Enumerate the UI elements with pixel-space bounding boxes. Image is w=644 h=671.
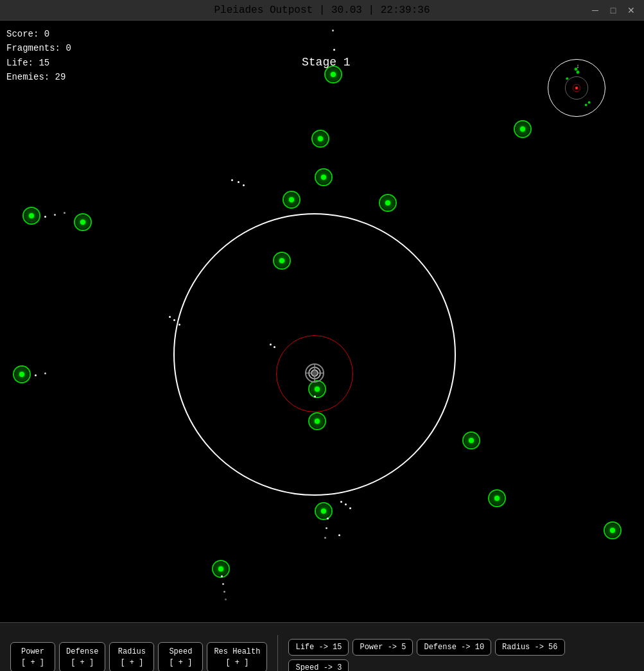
minimize-button[interactable]: ─ bbox=[587, 3, 603, 18]
minimap bbox=[548, 59, 605, 117]
trail-particle-0-0 bbox=[333, 49, 335, 51]
speed-btn[interactable]: Speed[ + ] bbox=[158, 642, 203, 671]
svg-point-8 bbox=[566, 77, 568, 80]
trail-particle-16-2 bbox=[223, 591, 225, 593]
enemy-3 bbox=[283, 191, 300, 209]
svg-point-5 bbox=[575, 67, 578, 71]
defense-stat: Defense -> 10 bbox=[417, 639, 491, 656]
enemy-14 bbox=[74, 213, 92, 231]
trail-particle-15-0 bbox=[35, 374, 37, 376]
enemy-12 bbox=[308, 412, 326, 430]
enemies-display: Enemies: 29 bbox=[6, 70, 71, 84]
svg-point-13 bbox=[311, 370, 318, 376]
power-stat: Power -> 5 bbox=[352, 639, 413, 656]
trail-particle-11-0 bbox=[314, 396, 316, 397]
minimap-canvas bbox=[548, 60, 605, 116]
particle-2 bbox=[243, 184, 245, 186]
panel-divider bbox=[277, 635, 278, 672]
upgrade-group: Power[ + ]Defense[ + ]Radius[ + ]Speed[ … bbox=[10, 642, 267, 671]
trail-particle-0-1 bbox=[332, 30, 334, 31]
enemy-2 bbox=[315, 168, 333, 186]
enemy-8 bbox=[488, 489, 506, 507]
trail-particle-13-1 bbox=[54, 214, 56, 216]
particle-0 bbox=[231, 179, 233, 181]
stats-row1: Life -> 15Power -> 5Defense -> 10Radius … bbox=[288, 639, 564, 656]
defense-btn[interactable]: Defense[ + ] bbox=[59, 642, 105, 671]
enemy-13 bbox=[22, 207, 40, 225]
particle-1 bbox=[238, 181, 239, 183]
radius-stat: Radius -> 56 bbox=[495, 639, 564, 656]
fragments-display: Fragments: 0 bbox=[6, 41, 71, 55]
close-button[interactable]: ✕ bbox=[623, 3, 639, 18]
titlebar: Pleiades Outpost | 30.03 | 22:39:36 ─ □ … bbox=[0, 0, 644, 21]
life-display: Life: 15 bbox=[6, 56, 71, 70]
svg-point-7 bbox=[585, 103, 587, 106]
ship-svg bbox=[303, 362, 326, 385]
power-btn[interactable]: Power[ + ] bbox=[10, 642, 55, 671]
enemy-5 bbox=[379, 194, 397, 212]
trail-particle-16-0 bbox=[221, 575, 223, 577]
radius-btn[interactable]: Radius[ + ] bbox=[109, 642, 154, 671]
stats-row2: Speed -> 3 bbox=[288, 659, 564, 672]
trail-particle-10-0 bbox=[327, 518, 329, 519]
score-display: Score: 0 bbox=[6, 27, 71, 41]
trail-particle-10-2 bbox=[324, 537, 326, 539]
trail-particle-16-3 bbox=[225, 598, 227, 600]
svg-point-1 bbox=[575, 87, 578, 89]
trail-particle-13-2 bbox=[64, 212, 65, 214]
window-title: Pleiades Outpost | 30.03 | 22:39:36 bbox=[214, 4, 430, 16]
trail-particle-13-0 bbox=[44, 216, 46, 218]
maximize-button[interactable]: □ bbox=[605, 3, 621, 18]
particle-4 bbox=[173, 319, 175, 321]
particle-9 bbox=[345, 503, 347, 505]
enemy-9 bbox=[604, 521, 622, 539]
trail-particle-15-1 bbox=[44, 372, 46, 374]
stats-group: Life -> 15Power -> 5Defense -> 10Radius … bbox=[288, 639, 564, 672]
bottom-panel: Power[ + ]Defense[ + ]Radius[ + ]Speed[ … bbox=[0, 622, 644, 671]
particle-8 bbox=[340, 501, 342, 503]
svg-point-10 bbox=[577, 65, 579, 66]
game-area: Score: 0 Fragments: 0 Life: 15 Enemies: … bbox=[0, 21, 644, 622]
enemy-15 bbox=[13, 365, 31, 383]
trail-particle-16-1 bbox=[222, 583, 224, 585]
enemy-7 bbox=[462, 431, 480, 449]
svg-point-4 bbox=[577, 71, 580, 74]
enemy-16 bbox=[212, 560, 230, 578]
speed-stat: Speed -> 3 bbox=[288, 659, 349, 672]
reshealth-btn[interactable]: Res Health[ + ] bbox=[207, 642, 267, 671]
svg-point-6 bbox=[588, 101, 591, 104]
enemy-4 bbox=[273, 252, 291, 270]
player-ship bbox=[303, 362, 326, 385]
life-stat: Life -> 15 bbox=[288, 639, 349, 656]
particle-10 bbox=[349, 507, 351, 509]
enemy-1 bbox=[311, 130, 329, 148]
enemy-10 bbox=[315, 502, 333, 520]
enemy-6 bbox=[514, 120, 532, 138]
particle-11 bbox=[338, 534, 340, 536]
particle-3 bbox=[169, 316, 171, 318]
window-controls: ─ □ ✕ bbox=[587, 3, 639, 18]
stage-label: Stage 1 bbox=[302, 56, 351, 69]
svg-point-9 bbox=[577, 67, 579, 68]
trail-particle-10-1 bbox=[326, 527, 327, 529]
hud: Score: 0 Fragments: 0 Life: 15 Enemies: … bbox=[6, 27, 71, 85]
